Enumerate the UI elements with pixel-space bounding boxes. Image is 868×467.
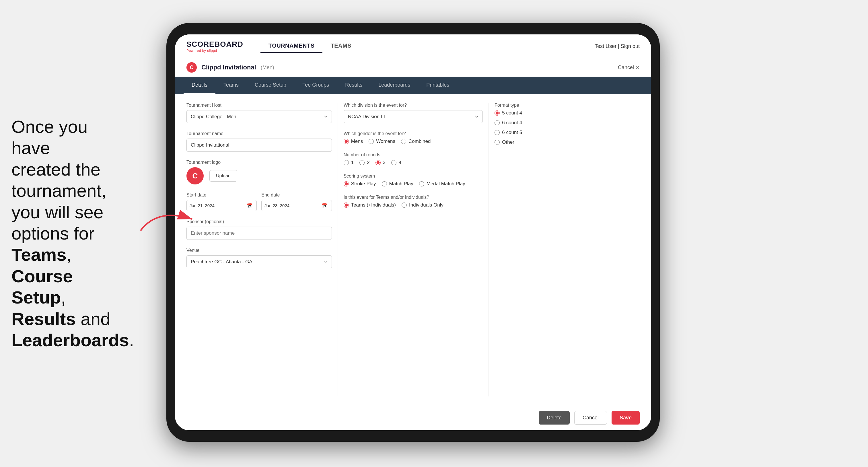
scoring-stroke-radio[interactable] (344, 181, 349, 186)
format-other-label: Other (502, 139, 514, 145)
sponsor-input[interactable] (186, 227, 332, 240)
tab-course-setup[interactable]: Course Setup (247, 77, 294, 94)
tab-teams[interactable]: Teams (215, 77, 247, 94)
calendar-icon-end: 📅 (317, 203, 332, 209)
gender-mens-radio[interactable] (344, 139, 349, 144)
section-tabs: Details Teams Course Setup Tee Groups Re… (175, 77, 651, 94)
rounds-label: Number of rounds (344, 152, 483, 157)
format-other-option[interactable]: Other (495, 139, 640, 145)
teams-radio-group: Teams (+Individuals) Individuals Only (344, 202, 483, 208)
format-radio-list: 5 count 4 6 count 4 6 count 5 Other (495, 110, 640, 145)
end-date-group: End date 📅 (261, 192, 332, 211)
format-other-radio[interactable] (495, 140, 500, 145)
rounds-3-option[interactable]: 3 (375, 160, 385, 165)
gender-combined-radio[interactable] (401, 139, 406, 144)
teams-individuals-label: Is this event for Teams and/or Individua… (344, 195, 483, 200)
gender-label: Which gender is the event for? (344, 131, 483, 136)
instruction-bold-teams: Teams (11, 245, 66, 264)
format-6count4-label: 6 count 4 (502, 120, 522, 126)
rounds-group: Number of rounds 1 2 3 (344, 152, 483, 165)
teams-plus-option[interactable]: Teams (+Individuals) (344, 202, 396, 208)
format-6count5-option[interactable]: 6 count 5 (495, 130, 640, 135)
instruction-comma1: , (66, 245, 71, 264)
tournament-host-group: Tournament Host Clippd College - Men (186, 103, 332, 123)
division-group: Which division is the event for? NCAA Di… (344, 103, 483, 123)
scoring-radio-group: Stroke Play Match Play Medal Match Play (344, 181, 483, 187)
scoring-stroke-label: Stroke Play (351, 181, 376, 187)
format-type-label: Format type (495, 103, 640, 108)
rounds-2-option[interactable]: 2 (360, 160, 369, 165)
gender-womens-label: Womens (376, 138, 395, 144)
gender-womens-radio[interactable] (369, 139, 374, 144)
end-date-input[interactable] (261, 200, 317, 211)
rounds-2-label: 2 (367, 160, 369, 165)
format-6count5-radio[interactable] (495, 130, 500, 135)
gender-combined-option[interactable]: Combined (401, 138, 431, 144)
format-6count5-label: 6 count 5 (502, 130, 522, 135)
tab-details[interactable]: Details (184, 77, 215, 94)
rounds-1-radio[interactable] (344, 160, 349, 165)
tab-results[interactable]: Results (337, 77, 370, 94)
scoring-medal-label: Medal Match Play (427, 181, 465, 187)
breadcrumb-content: C Clippd Invitational (Men) (186, 62, 274, 72)
gender-mens-option[interactable]: Mens (344, 138, 363, 144)
scoring-match-option[interactable]: Match Play (382, 181, 413, 187)
cancel-button[interactable]: Cancel (574, 411, 607, 425)
cancel-x-button[interactable]: Cancel ✕ (618, 64, 640, 70)
scoring-group: Scoring system Stroke Play Match Play (344, 174, 483, 187)
logo-circle: C (186, 167, 204, 184)
instruction-and: and (76, 309, 111, 329)
tournament-name-input[interactable] (186, 138, 332, 152)
format-5count4-label: 5 count 4 (502, 110, 522, 116)
format-5count4-option[interactable]: 5 count 4 (495, 110, 640, 116)
app-header: SCOREBOARD Powered by clippd TOURNAMENTS… (175, 34, 651, 58)
rounds-4-radio[interactable] (391, 160, 396, 165)
logo-upload-area: C Upload (186, 167, 332, 184)
rounds-1-option[interactable]: 1 (344, 160, 354, 165)
nav-tab-teams[interactable]: TEAMS (322, 39, 360, 53)
right-form-column: Format type 5 count 4 6 count 4 6 cou (489, 103, 640, 397)
rounds-1-label: 1 (351, 160, 354, 165)
rounds-2-radio[interactable] (360, 160, 365, 165)
scoring-stroke-option[interactable]: Stroke Play (344, 181, 376, 187)
nav-tab-tournaments[interactable]: TOURNAMENTS (260, 39, 323, 53)
user-text[interactable]: Test User | Sign out (595, 43, 640, 49)
scoring-medal-radio[interactable] (419, 181, 424, 186)
tournament-host-select[interactable]: Clippd College - Men (186, 110, 332, 123)
teams-plus-label: Teams (+Individuals) (351, 202, 396, 208)
scoring-match-radio[interactable] (382, 181, 387, 186)
middle-form-column: Which division is the event for? NCAA Di… (338, 103, 489, 397)
venue-select[interactable]: Peachtree GC - Atlanta - GA (186, 255, 332, 268)
instruction-comma2: , (61, 287, 66, 307)
instruction-text: Once you havecreated thetournament,you w… (0, 99, 138, 368)
instruction-line1: Once you havecreated thetournament,you w… (11, 117, 106, 243)
save-button[interactable]: Save (612, 411, 640, 425)
gender-womens-option[interactable]: Womens (369, 138, 395, 144)
tab-tee-groups[interactable]: Tee Groups (294, 77, 337, 94)
teams-plus-radio[interactable] (344, 203, 349, 208)
scoring-medal-option[interactable]: Medal Match Play (419, 181, 465, 187)
division-label: Which division is the event for? (344, 103, 483, 108)
logo-title: SCOREBOARD (186, 40, 243, 49)
tab-printables[interactable]: Printables (418, 77, 457, 94)
scoring-label: Scoring system (344, 174, 483, 179)
breadcrumb-title: Clippd Invitational (202, 64, 256, 71)
user-area: Test User | Sign out (595, 43, 640, 49)
rounds-4-option[interactable]: 4 (391, 160, 401, 165)
teams-individuals-group: Is this event for Teams and/or Individua… (344, 195, 483, 208)
format-6count4-option[interactable]: 6 count 4 (495, 120, 640, 126)
rounds-radio-group: 1 2 3 4 (344, 160, 483, 165)
delete-button[interactable]: Delete (539, 411, 570, 425)
format-5count4-radio[interactable] (495, 111, 500, 116)
tablet-device: SCOREBOARD Powered by clippd TOURNAMENTS… (166, 23, 660, 442)
tablet-screen: SCOREBOARD Powered by clippd TOURNAMENTS… (175, 34, 651, 430)
format-6count4-radio[interactable] (495, 120, 500, 125)
sponsor-label: Sponsor (optional) (186, 219, 332, 224)
division-select[interactable]: NCAA Division III (344, 110, 483, 123)
rounds-3-radio[interactable] (375, 160, 381, 165)
individuals-only-option[interactable]: Individuals Only (402, 202, 443, 208)
individuals-only-radio[interactable] (402, 203, 407, 208)
upload-button[interactable]: Upload (209, 170, 237, 182)
end-date-input-wrapper: 📅 (261, 200, 332, 211)
tab-leaderboards[interactable]: Leaderboards (370, 77, 418, 94)
